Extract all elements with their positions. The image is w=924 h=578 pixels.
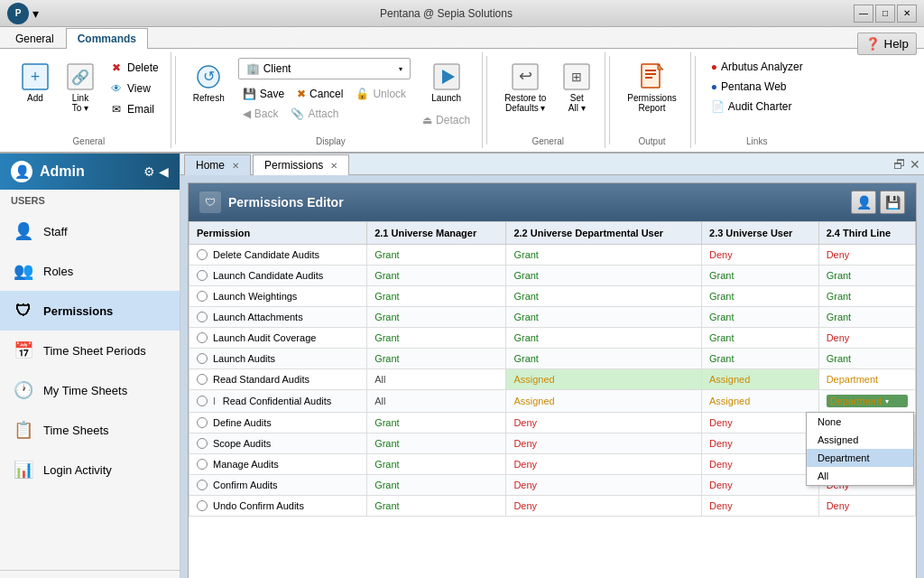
add-button[interactable]: + Add — [14, 58, 56, 107]
delete-button[interactable]: ✖ Delete — [105, 58, 163, 78]
dropdown-option-assigned[interactable]: Assigned — [807, 431, 913, 449]
col22-cell[interactable]: Deny — [506, 434, 702, 454]
dropdown-popup[interactable]: None Assigned Department All — [806, 412, 914, 486]
col22-cell[interactable]: Deny — [506, 475, 702, 496]
launch-button[interactable]: Launch — [418, 58, 475, 107]
table-row[interactable]: Launch AuditsGrantGrantGrantGrant — [189, 349, 916, 369]
arbutus-button[interactable]: ● Arbutus Analyzer — [707, 58, 808, 76]
col23-cell[interactable]: Grant — [702, 349, 819, 369]
radio-btn[interactable] — [197, 374, 208, 385]
sidebar-footer-btn-3[interactable]: 👤 — [65, 574, 90, 578]
col21-cell[interactable]: Grant — [367, 286, 506, 307]
close-button[interactable]: ✕ — [897, 5, 917, 23]
minimize-button[interactable]: — — [854, 5, 873, 23]
col22-cell[interactable]: Assigned — [506, 390, 702, 413]
col21-cell[interactable]: Grant — [367, 434, 506, 454]
settings-icon[interactable]: ⚙ — [143, 164, 155, 179]
permissions-table-wrapper[interactable]: Permission 2.1 Universe Manager 2.2 Univ… — [189, 221, 916, 578]
table-row[interactable]: IRead Confidential AuditsAllAssignedAssi… — [189, 390, 916, 413]
dropdown-option-all[interactable]: All — [807, 467, 913, 485]
radio-btn[interactable] — [197, 291, 208, 302]
col24-cell[interactable]: Deny — [818, 328, 915, 349]
collapse-icon[interactable]: ◀ — [159, 164, 169, 179]
radio-btn[interactable] — [197, 500, 208, 511]
email-button[interactable]: ✉ Email — [105, 99, 163, 119]
back-button[interactable]: ◀ Back — [238, 105, 283, 123]
col24-cell[interactable]: Department — [818, 369, 915, 390]
col22-cell[interactable]: Grant — [506, 266, 702, 286]
col23-cell[interactable]: Grant — [702, 266, 819, 286]
cancel-button[interactable]: ✖ Cancel — [292, 85, 347, 103]
tab-ctrl-restore[interactable]: 🗗 — [893, 157, 906, 172]
restore-defaults-button[interactable]: ↩ Restore toDefaults ▾ — [498, 58, 552, 117]
table-row[interactable]: Read Standard AuditsAllAssignedAssignedD… — [189, 369, 916, 390]
sidebar-item-permissions[interactable]: 🛡 Permissions — [0, 291, 180, 331]
dropdown-option-department[interactable]: Department — [807, 449, 913, 467]
view-button[interactable]: 👁 View — [105, 79, 163, 98]
col22-cell[interactable]: Grant — [506, 286, 702, 307]
unlock-button[interactable]: 🔓 Unlock — [351, 85, 411, 103]
col23-cell[interactable]: Grant — [702, 307, 819, 328]
col23-cell[interactable]: Assigned — [702, 390, 819, 413]
col21-cell[interactable]: All — [367, 369, 506, 390]
col22-cell[interactable]: Deny — [506, 496, 702, 517]
pentana-web-button[interactable]: ● Pentana Web — [707, 78, 791, 96]
sidebar-item-roles[interactable]: 👥 Roles — [0, 251, 180, 291]
set-all-button[interactable]: ⊞ SetAll ▾ — [556, 58, 597, 117]
save-button[interactable]: 💾 Save — [238, 85, 289, 103]
tab-commands[interactable]: Commands — [66, 28, 148, 49]
col21-cell[interactable]: Grant — [367, 454, 506, 475]
refresh-button[interactable]: ↺ Refresh — [187, 58, 231, 107]
col24-cell[interactable]: Deny — [818, 496, 915, 517]
sidebar-item-staff[interactable]: 👤 Staff — [0, 211, 180, 251]
radio-btn[interactable] — [197, 249, 208, 260]
table-row[interactable]: Undo Confirm AuditsGrantDenyDenyDeny — [189, 496, 916, 517]
radio-btn[interactable] — [197, 332, 208, 343]
home-tab-close[interactable]: ✕ — [232, 161, 239, 171]
col21-cell[interactable]: All — [367, 390, 506, 413]
audit-charter-button[interactable]: 📄 Audit Charter — [707, 98, 797, 116]
permissions-tab-close[interactable]: ✕ — [330, 161, 337, 171]
col24-cell[interactable]: Department▾ — [818, 390, 915, 413]
col24-cell[interactable]: Grant — [818, 286, 915, 307]
radio-btn[interactable] — [197, 270, 208, 281]
tab-permissions[interactable]: Permissions ✕ — [253, 154, 349, 175]
col23-cell[interactable]: Deny — [702, 434, 819, 454]
table-row[interactable]: Launch WeightingsGrantGrantGrantGrant — [189, 286, 916, 307]
tab-ctrl-close[interactable]: ✕ — [910, 157, 920, 172]
editor-save-icon-btn[interactable]: 💾 — [880, 191, 905, 214]
col21-cell[interactable]: Grant — [367, 266, 506, 286]
radio-btn[interactable] — [197, 417, 208, 428]
col24-cell[interactable]: Grant — [818, 349, 915, 369]
col24-cell[interactable]: Grant — [818, 266, 915, 286]
table-row[interactable]: Launch AttachmentsGrantGrantGrantGrant — [189, 307, 916, 328]
sidebar-footer-btn-1[interactable]: 🌐 — [7, 574, 32, 578]
col21-cell[interactable]: Grant — [367, 413, 506, 434]
col22-cell[interactable]: Grant — [506, 307, 702, 328]
dropdown-value[interactable]: Department▾ — [827, 395, 908, 407]
col23-cell[interactable]: Deny — [702, 245, 819, 266]
col22-cell[interactable]: Deny — [506, 454, 702, 475]
col21-cell[interactable]: Grant — [367, 475, 506, 496]
col23-cell[interactable]: Deny — [702, 454, 819, 475]
col22-cell[interactable]: Grant — [506, 245, 702, 266]
permissions-report-button[interactable]: PermissionsReport — [621, 58, 682, 117]
col21-cell[interactable]: Grant — [367, 496, 506, 517]
col23-cell[interactable]: Deny — [702, 413, 819, 434]
col22-cell[interactable]: Grant — [506, 328, 702, 349]
col23-cell[interactable]: Deny — [702, 496, 819, 517]
radio-btn[interactable] — [197, 396, 208, 406]
sidebar-item-my-timesheets[interactable]: 🕐 My Time Sheets — [0, 370, 180, 410]
sidebar-footer-btn-2[interactable]: 📊 — [36, 574, 61, 578]
col23-cell[interactable]: Grant — [702, 328, 819, 349]
radio-btn[interactable] — [197, 353, 208, 364]
attach-button[interactable]: 📎 Attach — [286, 105, 343, 123]
sidebar-item-timesheet-periods[interactable]: 📅 Time Sheet Periods — [0, 331, 180, 370]
col21-cell[interactable]: Grant — [367, 349, 506, 369]
col23-cell[interactable]: Assigned — [702, 369, 819, 390]
tab-general[interactable]: General — [4, 28, 66, 49]
col23-cell[interactable]: Grant — [702, 286, 819, 307]
col21-cell[interactable]: Grant — [367, 328, 506, 349]
col24-cell[interactable]: Deny — [818, 245, 915, 266]
col22-cell[interactable]: Grant — [506, 349, 702, 369]
